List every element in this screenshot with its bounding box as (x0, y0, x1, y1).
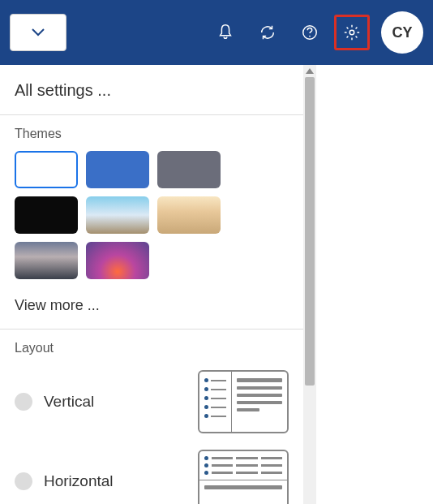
all-settings-link[interactable]: All settings ... (0, 65, 303, 114)
dropdown-button[interactable] (10, 14, 66, 51)
radio-vertical (15, 393, 32, 411)
gear-icon (343, 24, 361, 41)
view-more-themes[interactable]: View more ... (0, 291, 303, 329)
scroll-up-arrow (306, 68, 314, 74)
settings-button[interactable] (334, 15, 370, 50)
scrollbar-thumb[interactable] (305, 77, 315, 386)
layout-option-vertical[interactable]: Vertical (0, 362, 303, 442)
sync-icon (259, 24, 277, 41)
layout-horizontal-label: Horizontal (44, 472, 186, 490)
refresh-button[interactable] (250, 15, 285, 50)
layout-option-horizontal[interactable]: Horizontal (0, 442, 303, 504)
svg-point-1 (309, 36, 311, 37)
theme-white[interactable] (15, 151, 78, 188)
preview-vertical (198, 370, 289, 433)
theme-mountains[interactable] (86, 196, 149, 234)
help-icon (301, 24, 319, 41)
chevron-down-icon (32, 28, 45, 37)
theme-gray[interactable] (157, 151, 221, 188)
notifications-button[interactable] (208, 15, 243, 50)
preview-horizontal (198, 450, 289, 504)
layout-label: Layout (0, 330, 303, 362)
header-bar: CY (0, 0, 433, 65)
theme-blue[interactable] (86, 151, 149, 188)
radio-horizontal (15, 472, 32, 490)
scrollbar[interactable] (303, 65, 316, 504)
layout-vertical-label: Vertical (44, 393, 186, 411)
help-button[interactable] (292, 15, 328, 50)
avatar-initials: CY (392, 24, 412, 41)
theme-beach[interactable] (157, 196, 221, 234)
theme-sunset[interactable] (86, 242, 149, 279)
bell-icon (216, 24, 234, 41)
settings-panel: All settings ... Themes View more ... La… (0, 65, 303, 504)
settings-panel-wrap: All settings ... Themes View more ... La… (0, 65, 433, 504)
user-avatar[interactable]: CY (381, 11, 423, 54)
themes-label: Themes (0, 115, 303, 148)
theme-black[interactable] (15, 196, 78, 234)
theme-cityscape[interactable] (15, 242, 78, 279)
themes-grid (0, 148, 303, 291)
svg-point-2 (349, 30, 354, 35)
